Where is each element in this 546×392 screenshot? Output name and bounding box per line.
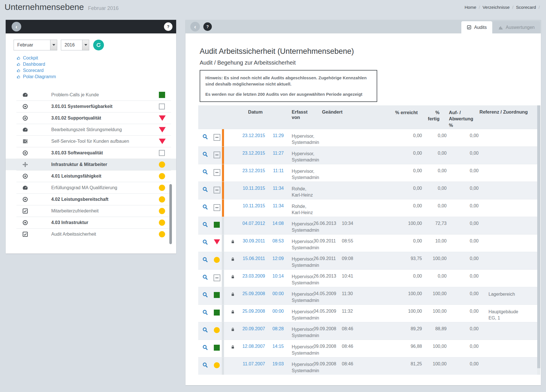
collapse-panel-button[interactable]: ‹ xyxy=(12,22,21,31)
kpi-list-item[interactable]: Mitarbeiterzufriedenheit xyxy=(6,205,176,217)
time-link[interactable]: 11:34 xyxy=(273,186,284,191)
row-date-cell: 23.12.2015 xyxy=(237,164,265,182)
kpi-list-item[interactable]: 3.01.02 Supportqualität xyxy=(6,112,176,124)
search-icon[interactable] xyxy=(202,327,208,333)
row-date-cell: 20.09.2007 xyxy=(237,322,265,340)
quick-link[interactable]: Cockpit xyxy=(16,55,56,61)
search-icon[interactable] xyxy=(202,344,208,350)
month-select[interactable]: Februar xyxy=(14,40,57,50)
date-link[interactable]: 25.09.2008 xyxy=(242,291,265,296)
table-row[interactable]: 25.09.2008 00:00 Hypervisor,Systemadmin … xyxy=(198,287,537,304)
quick-link[interactable]: Scorecard xyxy=(16,67,56,74)
table-scrollbar-thumb[interactable] xyxy=(537,105,540,368)
table-row[interactable]: 23.12.2015 11:11 Hypervisor,Systemadmin … xyxy=(198,164,537,182)
table-row[interactable]: 20.09.2007 08:28 Hypervisor,Systemadmin … xyxy=(198,322,537,340)
date-link[interactable]: 25.09.2008 xyxy=(242,309,265,314)
quick-link-label[interactable]: Dashboard xyxy=(23,62,45,67)
time-link[interactable]: 08:53 xyxy=(272,238,284,243)
table-row[interactable]: 04.07.2012 14:08 Hypervisor,Systemadmin … xyxy=(198,217,537,234)
search-icon[interactable] xyxy=(202,186,208,192)
time-link[interactable]: 11:29 xyxy=(273,133,284,138)
table-row[interactable]: 10.11.2015 11:34 Rohde,Karl-Heinz 0,00 0… xyxy=(198,199,537,217)
kpi-list-item[interactable]: Bearbeitungszeit Störungsmeldung xyxy=(6,124,176,135)
date-link[interactable]: 04.07.2012 xyxy=(242,221,265,226)
table-scrollbar[interactable] xyxy=(537,105,540,375)
table-row[interactable]: 30.09.2011 08:53 Hypervisor,Systemadmin … xyxy=(198,234,537,252)
row-geaendert-zeit: 08:46 xyxy=(342,322,357,340)
search-icon[interactable] xyxy=(202,274,208,280)
kpi-list-item[interactable]: 3.01.03 Softwarequalität xyxy=(6,147,176,159)
table-row[interactable]: 23.03.2009 10:14 Hypervisor,Systemadmin … xyxy=(198,269,537,287)
search-icon[interactable] xyxy=(202,309,208,315)
table-row[interactable]: 10.11.2015 11:34 Rohde,Karl-Heinz 0,00 0… xyxy=(198,182,537,199)
time-link[interactable]: 11:34 xyxy=(273,203,284,208)
time-link[interactable]: 14:08 xyxy=(272,221,284,226)
help-button[interactable]: ? xyxy=(203,22,212,31)
back-button[interactable]: ‹ xyxy=(190,22,200,31)
date-link[interactable]: 11.07.2007 xyxy=(243,361,265,366)
search-icon[interactable] xyxy=(202,292,208,298)
kpi-list-scrollbar[interactable] xyxy=(169,184,172,244)
date-link[interactable]: 23.12.2015 xyxy=(242,168,265,173)
row-status-icon xyxy=(214,152,220,158)
kpi-list-item[interactable]: 4.03 Infrastruktur xyxy=(6,217,176,228)
quick-link-label[interactable]: Polar-Diagramm xyxy=(23,74,56,79)
date-link[interactable]: 20.09.2007 xyxy=(242,326,265,331)
row-status-icon xyxy=(214,204,220,211)
time-link[interactable]: 00:00 xyxy=(272,309,284,314)
search-icon[interactable] xyxy=(202,221,208,227)
date-link[interactable]: 23.03.2009 xyxy=(242,274,265,278)
table-row[interactable]: 12.08.2007 14:15 Hypervisor,Systemadmin … xyxy=(198,340,537,357)
search-icon[interactable] xyxy=(202,204,208,210)
quick-link[interactable]: Polar-Diagramm xyxy=(16,74,56,80)
search-icon[interactable] xyxy=(202,151,208,157)
kpi-list-item[interactable]: Self-Service-Tool für Kunden aufbauen xyxy=(6,135,176,147)
kpi-list-item[interactable]: 4.01 Leistungsfähigkeit xyxy=(6,170,176,182)
table-row[interactable]: 23.12.2015 11:29 Hypervisor,Systemadmin … xyxy=(198,129,537,146)
date-link[interactable]: 10.11.2015 xyxy=(243,186,265,191)
time-link[interactable]: 19:03 xyxy=(272,361,284,366)
kpi-list-item[interactable]: Audit Arbeitssicherheit xyxy=(6,228,176,240)
kpi-list-item[interactable]: 4.02 Leistungsbereitschaft xyxy=(6,193,176,205)
date-link[interactable]: 10.11.2015 xyxy=(243,203,265,208)
table-row[interactable]: 25.09.2008 00:00 Hypervisor,Systemadmin … xyxy=(198,304,537,322)
row-erfasst-von: Hypervisor,Systemadmin xyxy=(284,305,313,322)
date-link[interactable]: 23.12.2015 xyxy=(242,133,265,138)
quick-link-label[interactable]: Scorecard xyxy=(23,68,44,73)
table-row[interactable]: 11.07.2007 19:03 Hypervisor,Systemadmin … xyxy=(198,357,537,375)
search-icon[interactable] xyxy=(202,257,208,263)
time-link[interactable]: 11:11 xyxy=(273,168,284,173)
search-icon[interactable] xyxy=(202,362,208,368)
date-link[interactable]: 12.08.2007 xyxy=(242,344,265,349)
tab-auswertungen[interactable]: Auswertungen xyxy=(493,21,540,33)
quick-link[interactable]: Dashboard xyxy=(16,61,56,67)
gauge-icon xyxy=(22,127,28,133)
date-link[interactable]: 30.09.2011 xyxy=(243,238,265,243)
search-icon[interactable] xyxy=(202,239,208,245)
time-link[interactable]: 12:09 xyxy=(272,256,284,261)
tab-audits[interactable]: Audits xyxy=(461,21,492,33)
kpi-list-item[interactable]: Erfüllungsgrad MA Qualifizierung xyxy=(6,182,176,193)
date-link[interactable]: 23.12.2015 xyxy=(242,151,265,155)
date-link[interactable]: 15.06.2011 xyxy=(243,256,265,261)
table-row[interactable]: 23.12.2015 11:27 Hypervisor,Systemadmin … xyxy=(198,146,537,164)
row-open-cell xyxy=(198,252,212,269)
time-link[interactable]: 11:27 xyxy=(273,151,284,155)
breadcrumb-item[interactable]: Scorecard xyxy=(516,5,536,10)
breadcrumb-item[interactable]: Verzeichnisse xyxy=(483,5,510,10)
kpi-list-item[interactable]: 3.01.01 Systemverfügbarkeit xyxy=(6,101,176,112)
help-button[interactable]: ? xyxy=(164,22,172,31)
kpi-list-item[interactable]: Problem-Calls je Kunde xyxy=(6,89,176,101)
refresh-button[interactable] xyxy=(93,40,104,50)
search-icon[interactable] xyxy=(202,134,208,140)
time-link[interactable]: 08:28 xyxy=(272,326,284,331)
quick-link-label[interactable]: Cockpit xyxy=(23,56,38,61)
time-link[interactable]: 00:00 xyxy=(272,291,284,296)
time-link[interactable]: 10:14 xyxy=(272,274,284,278)
time-link[interactable]: 14:15 xyxy=(272,344,284,349)
table-row[interactable]: 15.06.2011 12:09 Hypervisor,Systemadmin … xyxy=(198,252,537,269)
kpi-list-item[interactable]: Infrastruktur & Mitarbeiter xyxy=(6,159,176,170)
breadcrumb-item[interactable]: Home xyxy=(464,5,476,10)
search-icon[interactable] xyxy=(202,169,208,175)
year-select[interactable]: 2016 xyxy=(61,40,89,50)
